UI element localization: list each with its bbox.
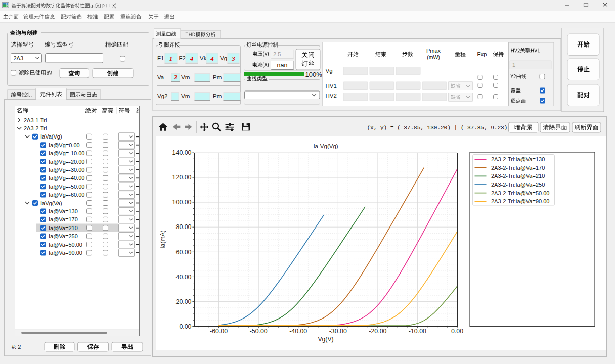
svg-text:Pm: Pm (213, 74, 222, 80)
svg-text:Vg2: Vg2 (157, 93, 167, 99)
svg-text:Vk: Vk (200, 55, 207, 61)
svg-text:Ia@Va=50.00: Ia@Va=50.00 (49, 242, 82, 248)
svg-text:Vg: Vg (220, 55, 227, 61)
svg-text:40.00: 40.00 (175, 274, 191, 281)
svg-text:120.00: 120.00 (172, 174, 192, 181)
svg-text:-30.00: -30.00 (329, 328, 347, 335)
svg-text:(x, y) = (-37.85, 130.20) |: (x, y) = (-37.85, 130.20) | (-37.85, 9.2… (367, 125, 508, 131)
svg-text:Vm: Vm (181, 74, 190, 80)
svg-text:Ia@Vg=-40.00: Ia@Vg=-40.00 (49, 175, 84, 181)
svg-text:#: 2: #: 2 (12, 344, 21, 350)
svg-text:Ia@Vg=-60.00: Ia@Vg=-60.00 (49, 192, 84, 198)
svg-text:Ia-Vg(Vg): Ia-Vg(Vg) (313, 143, 338, 149)
svg-text:-20.00: -20.00 (369, 328, 386, 335)
svg-text:IaVa(Vg): IaVa(Vg) (40, 133, 62, 140)
svg-text:-60.00: -60.00 (210, 328, 228, 335)
svg-text:Vm: Vm (181, 93, 190, 99)
svg-text:60.00: 60.00 (175, 249, 191, 256)
svg-text:HV2: HV2 (326, 93, 337, 99)
svg-text:4: 4 (210, 55, 214, 62)
svg-text:100.00: 100.00 (172, 199, 192, 206)
svg-text:0.00: 0.00 (451, 328, 463, 335)
svg-text:2A3: 2A3 (14, 55, 24, 61)
svg-text:HV1: HV1 (326, 83, 337, 89)
svg-text:100%: 100% (305, 71, 323, 78)
svg-text:140.00: 140.00 (172, 149, 192, 156)
svg-text:Ia@Va=90.00: Ia@Va=90.00 (49, 250, 82, 256)
svg-text:Exp: Exp (477, 51, 487, 57)
svg-text:2A3-2-Tri:Ia@Va=170: 2A3-2-Tri:Ia@Va=170 (491, 165, 545, 171)
svg-text:-40.00: -40.00 (289, 328, 307, 335)
svg-text:3: 3 (231, 55, 235, 62)
svg-text:Ia@Vg=0.00: Ia@Vg=0.00 (49, 142, 80, 148)
svg-text:2A3-2-Tri:Ia@Va=210: 2A3-2-Tri:Ia@Va=210 (491, 173, 545, 179)
svg-text:Pm: Pm (213, 93, 222, 99)
svg-text:Ia@Va=210: Ia@Va=210 (49, 225, 78, 231)
svg-text:-10.00: -10.00 (409, 328, 426, 335)
svg-text:2A3-2-Tri:Ia@Va=90.00: 2A3-2-Tri:Ia@Va=90.00 (491, 198, 549, 204)
svg-text:Ia@Va=250: Ia@Va=250 (49, 233, 78, 239)
svg-text:2A3-2-Tri:Ia@Va=130: 2A3-2-Tri:Ia@Va=130 (491, 156, 545, 162)
svg-text:Ia@Va=170: Ia@Va=170 (49, 216, 78, 222)
svg-text:1: 1 (512, 62, 515, 68)
svg-text:-50.00: -50.00 (250, 328, 268, 335)
svg-text:IaVg(Va): IaVg(Va) (40, 200, 62, 206)
svg-text:Ia(mA): Ia(mA) (159, 230, 166, 249)
svg-text:F2: F2 (179, 55, 186, 61)
svg-text:(mW): (mW) (427, 54, 440, 60)
svg-text:2A3-2-Tri:Ia@Va=250: 2A3-2-Tri:Ia@Va=250 (491, 181, 545, 188)
svg-text:2A3-2-Tri: 2A3-2-Tri (24, 125, 47, 131)
svg-text:F1: F1 (157, 55, 164, 61)
svg-text:4: 4 (190, 55, 194, 62)
svg-text:Ia@Vg=-50.00: Ia@Vg=-50.00 (49, 184, 84, 190)
svg-text:2: 2 (173, 74, 177, 81)
svg-text:2.5: 2.5 (273, 51, 281, 57)
svg-text:Va: Va (157, 74, 164, 80)
svg-text:2A3-1-Tri: 2A3-1-Tri (24, 117, 47, 123)
svg-text:80.00: 80.00 (175, 223, 191, 231)
svg-text:Vg: Vg (326, 68, 333, 74)
svg-text:Vg(V): Vg(V) (318, 336, 333, 343)
svg-text:20.00: 20.00 (175, 298, 191, 305)
svg-text:2A3-2-Tri:Ia@Va=50.00: 2A3-2-Tri:Ia@Va=50.00 (491, 190, 549, 196)
svg-text:Ia@Vg=-20.00: Ia@Vg=-20.00 (49, 159, 84, 165)
svg-text:Ia@Va=130: Ia@Va=130 (49, 208, 78, 214)
svg-text:1: 1 (169, 55, 173, 62)
svg-text:Ia@Vg=-30.00: Ia@Vg=-30.00 (49, 167, 84, 173)
svg-text:0.00: 0.00 (179, 323, 191, 330)
svg-text:Pmax: Pmax (426, 48, 441, 54)
svg-text:Ia@Vg=-10.00: Ia@Vg=-10.00 (49, 150, 84, 156)
svg-text:nan: nan (277, 62, 288, 69)
